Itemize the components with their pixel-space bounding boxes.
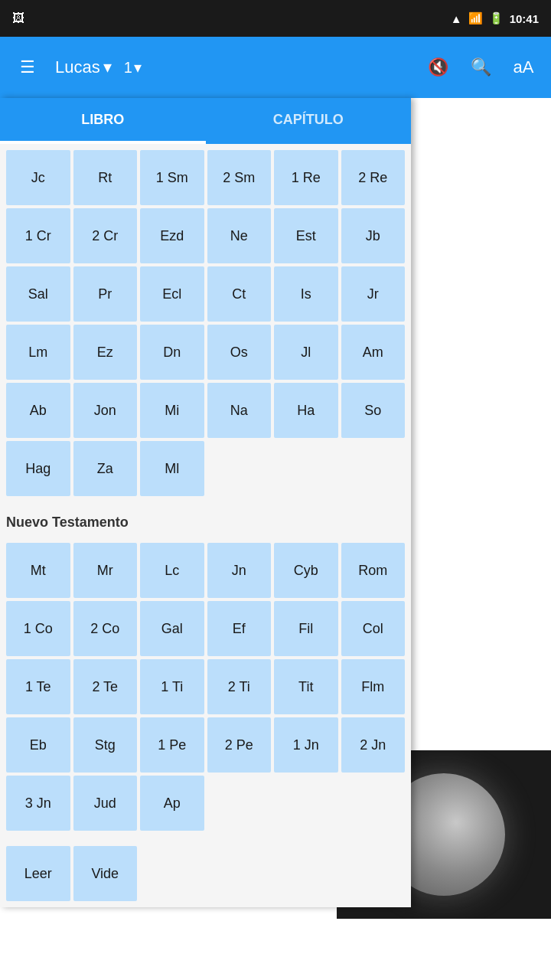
book-ez[interactable]: Ez — [73, 325, 138, 380]
book-1te[interactable]: 1 Te — [6, 659, 70, 714]
status-right-icons: ▲ 📶 🔋 10:41 — [451, 11, 539, 25]
menu-icon: ☰ — [20, 57, 35, 77]
book-2sm[interactable]: 2 Sm — [207, 150, 272, 205]
book-2co[interactable]: 2 Co — [73, 601, 138, 656]
book-jb[interactable]: Jb — [341, 208, 406, 263]
book-mr[interactable]: Mr — [73, 543, 138, 598]
selection-tabs: LIBRO CAPÍTULO — [0, 98, 411, 144]
book-est[interactable]: Est — [274, 208, 338, 263]
book-jc[interactable]: Jc — [6, 150, 70, 205]
book-cyb[interactable]: Cyb — [274, 543, 338, 598]
book-mi[interactable]: Mi — [140, 383, 204, 438]
tab-libro[interactable]: LIBRO — [0, 98, 206, 144]
book-ct[interactable]: Ct — [207, 266, 272, 322]
book-am[interactable]: Am — [341, 325, 406, 380]
book-fil[interactable]: Fil — [274, 601, 338, 656]
book-is[interactable]: Is — [274, 266, 338, 322]
tab-capitulo[interactable]: CAPÍTULO — [206, 98, 412, 144]
book-ef[interactable]: Ef — [207, 601, 272, 656]
book-flm[interactable]: Flm — [341, 659, 406, 714]
vide-button[interactable]: Vide — [73, 846, 138, 901]
book-title: Lucas — [55, 57, 100, 77]
ot-row-1: Jc Rt 1 Sm 2 Sm 1 Re 2 Re — [6, 150, 405, 205]
book-ab[interactable]: Ab — [6, 383, 70, 438]
chapter-selector[interactable]: 1 ▾ — [124, 58, 142, 77]
empty-cell-4 — [207, 776, 272, 831]
book-so[interactable]: So — [341, 383, 406, 438]
nt-row-3: 1 Te 2 Te 1 Ti 2 Ti Tit Flm — [6, 659, 405, 714]
book-col[interactable]: Col — [341, 601, 406, 656]
search-button[interactable]: 🔍 — [465, 52, 496, 83]
ot-row-5: Ab Jon Mi Na Ha So — [6, 383, 405, 438]
nt-row-4: Eb Stg 1 Pe 2 Pe 1 Jn 2 Jn — [6, 717, 405, 773]
empty-cell-6 — [341, 776, 406, 831]
search-icon: 🔍 — [471, 57, 491, 77]
book-ne[interactable]: Ne — [207, 208, 272, 263]
book-2ti[interactable]: 2 Ti — [207, 659, 272, 714]
book-pr[interactable]: Pr — [73, 266, 138, 322]
book-os[interactable]: Os — [207, 325, 272, 380]
book-2cr[interactable]: 2 Cr — [73, 208, 138, 263]
font-size-button[interactable]: aA — [508, 52, 539, 83]
signal-icon: 📶 — [468, 11, 483, 25]
speaker-button[interactable]: 🔇 — [422, 52, 453, 83]
book-lm[interactable]: Lm — [6, 325, 70, 380]
book-3jn[interactable]: 3 Jn — [6, 776, 70, 831]
book-ml[interactable]: Ml — [140, 441, 204, 496]
book-1pe[interactable]: 1 Pe — [140, 717, 204, 773]
empty-btn-1 — [140, 846, 204, 901]
book-1jn[interactable]: 1 Jn — [274, 717, 338, 773]
speaker-icon: 🔇 — [428, 57, 448, 77]
book-ezd[interactable]: Ezd — [140, 208, 204, 263]
book-2pe[interactable]: 2 Pe — [207, 717, 272, 773]
book-stg[interactable]: Stg — [73, 717, 138, 773]
empty-btn-3 — [274, 846, 338, 901]
book-selector[interactable]: Lucas ▾ — [55, 57, 112, 77]
tab-libro-label: LIBRO — [81, 112, 124, 128]
empty-btn-4 — [341, 846, 406, 901]
book-jn[interactable]: Jn — [207, 543, 272, 598]
wifi-icon: ▲ — [451, 12, 462, 25]
ot-row-3: Sal Pr Ecl Ct Is Jr — [6, 266, 405, 322]
chapter-dropdown-icon: ▾ — [134, 58, 142, 77]
book-tit[interactable]: Tit — [274, 659, 338, 714]
book-dn[interactable]: Dn — [140, 325, 204, 380]
book-rt[interactable]: Rt — [73, 150, 138, 205]
book-mt[interactable]: Mt — [6, 543, 70, 598]
book-2te[interactable]: 2 Te — [73, 659, 138, 714]
book-2jn[interactable]: 2 Jn — [341, 717, 406, 773]
nt-row-5: 3 Jn Jud Ap — [6, 776, 405, 831]
menu-button[interactable]: ☰ — [12, 52, 43, 83]
nt-row-2: 1 Co 2 Co Gal Ef Fil Col — [6, 601, 405, 656]
book-1ti[interactable]: 1 Ti — [140, 659, 204, 714]
empty-cell-5 — [274, 776, 338, 831]
book-jud[interactable]: Jud — [73, 776, 138, 831]
book-gal[interactable]: Gal — [140, 601, 204, 656]
top-bar: ☰ Lucas ▾ 1 ▾ 🔇 🔍 aA — [0, 37, 551, 98]
book-2re[interactable]: 2 Re — [341, 150, 406, 205]
ot-row-6: Hag Za Ml — [6, 441, 405, 496]
book-1co[interactable]: 1 Co — [6, 601, 70, 656]
book-ha[interactable]: Ha — [274, 383, 338, 438]
book-rom[interactable]: Rom — [341, 543, 406, 598]
book-eb[interactable]: Eb — [6, 717, 70, 773]
empty-cell-3 — [341, 441, 406, 496]
book-jr[interactable]: Jr — [341, 266, 406, 322]
empty-cell-1 — [207, 441, 272, 496]
book-1re[interactable]: 1 Re — [274, 150, 338, 205]
book-1cr[interactable]: 1 Cr — [6, 208, 70, 263]
new-testament-grid: Mt Mr Lc Jn Cyb Rom 1 Co 2 Co Gal Ef Fil… — [0, 537, 411, 840]
book-ecl[interactable]: Ecl — [140, 266, 204, 322]
book-hag[interactable]: Hag — [6, 441, 70, 496]
book-jon[interactable]: Jon — [73, 383, 138, 438]
book-za[interactable]: Za — [73, 441, 138, 496]
book-ap[interactable]: Ap — [140, 776, 204, 831]
book-1sm[interactable]: 1 Sm — [140, 150, 204, 205]
book-lc[interactable]: Lc — [140, 543, 204, 598]
book-sal[interactable]: Sal — [6, 266, 70, 322]
book-na[interactable]: Na — [207, 383, 272, 438]
leer-button[interactable]: Leer — [6, 846, 70, 901]
font-size-icon: aA — [514, 57, 534, 77]
empty-cell-2 — [274, 441, 338, 496]
book-jl[interactable]: Jl — [274, 325, 338, 380]
